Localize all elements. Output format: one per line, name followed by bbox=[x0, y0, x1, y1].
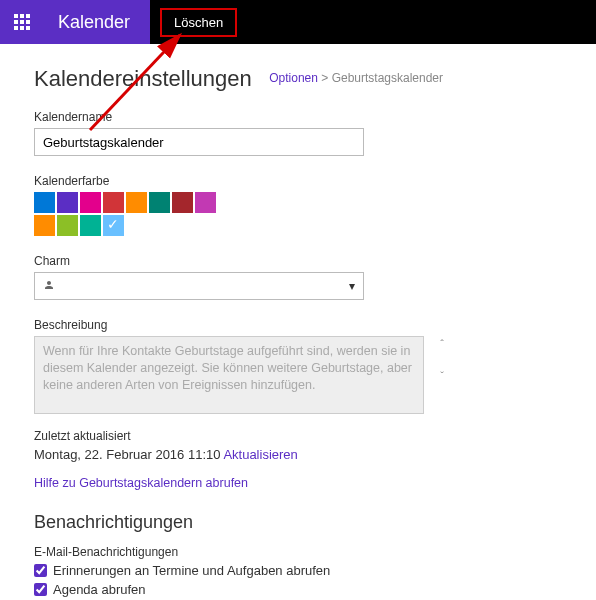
color-swatch[interactable] bbox=[195, 192, 216, 213]
charm-label: Charm bbox=[34, 254, 596, 268]
last-updated-value: Montag, 22. Februar 2016 11:10 bbox=[34, 447, 220, 462]
agenda-checkbox[interactable] bbox=[34, 583, 47, 596]
color-swatch[interactable] bbox=[172, 192, 193, 213]
color-swatch[interactable] bbox=[80, 215, 101, 236]
color-swatch[interactable] bbox=[103, 192, 124, 213]
app-launcher-icon[interactable] bbox=[0, 0, 44, 44]
delete-button[interactable]: Löschen bbox=[160, 8, 237, 37]
page-title: Kalendereinstellungen bbox=[34, 66, 252, 92]
top-bar: Kalender Löschen bbox=[0, 0, 596, 44]
scrollbar[interactable]: ˆˇ bbox=[440, 338, 444, 382]
agenda-checkbox-label: Agenda abrufen bbox=[53, 582, 146, 597]
person-icon bbox=[43, 279, 55, 294]
app-brand: Kalender bbox=[44, 0, 150, 44]
color-swatches bbox=[34, 192, 219, 236]
email-notifications-label: E-Mail-Benachrichtigungen bbox=[34, 545, 596, 559]
color-swatch[interactable] bbox=[80, 192, 101, 213]
reminders-checkbox-label: Erinnerungen an Termine und Aufgaben abr… bbox=[53, 563, 330, 578]
color-swatch[interactable] bbox=[149, 192, 170, 213]
charm-select[interactable]: ▾ bbox=[34, 272, 364, 300]
breadcrumb-current: Geburtstagskalender bbox=[332, 71, 443, 85]
refresh-link[interactable]: Aktualisieren bbox=[223, 447, 297, 462]
color-swatch[interactable] bbox=[57, 192, 78, 213]
calendar-name-input[interactable] bbox=[34, 128, 364, 156]
calendar-color-label: Kalenderfarbe bbox=[34, 174, 596, 188]
last-updated-label: Zuletzt aktualisiert bbox=[34, 429, 596, 443]
color-swatch[interactable] bbox=[34, 192, 55, 213]
help-link[interactable]: Hilfe zu Geburtstagskalendern abrufen bbox=[34, 476, 248, 490]
breadcrumb: Optionen > Geburtstagskalender bbox=[269, 71, 443, 85]
color-swatch[interactable] bbox=[103, 215, 124, 236]
notifications-title: Benachrichtigungen bbox=[34, 512, 596, 533]
color-swatch[interactable] bbox=[126, 192, 147, 213]
breadcrumb-link-options[interactable]: Optionen bbox=[269, 71, 318, 85]
description-label: Beschreibung bbox=[34, 318, 596, 332]
description-textarea bbox=[34, 336, 424, 414]
chevron-down-icon: ▾ bbox=[349, 279, 355, 293]
reminders-checkbox[interactable] bbox=[34, 564, 47, 577]
color-swatch[interactable] bbox=[34, 215, 55, 236]
calendar-name-label: Kalendername bbox=[34, 110, 596, 124]
color-swatch[interactable] bbox=[57, 215, 78, 236]
